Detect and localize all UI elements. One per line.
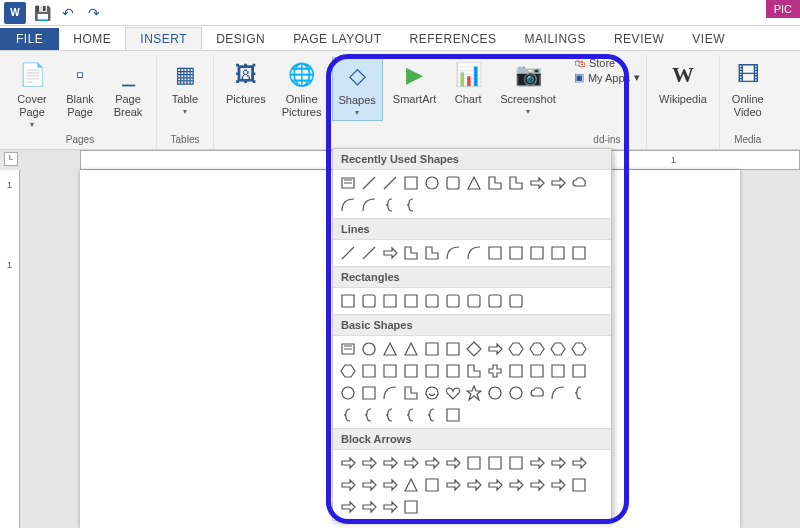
- screenshot-button[interactable]: 📷 Screenshot ▾: [494, 57, 562, 119]
- shape-para[interactable]: [423, 340, 441, 358]
- shape-cross[interactable]: [486, 362, 504, 380]
- tab-mailings[interactable]: MAILINGS: [511, 28, 600, 50]
- shape-triangle[interactable]: [381, 340, 399, 358]
- my-apps-button[interactable]: ▣ My Apps ▾: [574, 71, 640, 84]
- page-break-button[interactable]: ⎯ PageBreak: [106, 57, 150, 121]
- shape-roundrect[interactable]: [444, 174, 462, 192]
- shape-round2[interactable]: [465, 292, 483, 310]
- shapes-dropdown[interactable]: Recently Used Shapes Lines Rectangles Ba…: [332, 148, 612, 521]
- wikipedia-button[interactable]: W Wikipedia: [653, 57, 713, 108]
- shape-tear[interactable]: [402, 362, 420, 380]
- shape-bracket2[interactable]: [339, 406, 357, 424]
- tab-view[interactable]: VIEW: [678, 28, 739, 50]
- shape-rightcallout[interactable]: [486, 476, 504, 494]
- shape-leftup[interactable]: [528, 454, 546, 472]
- blank-page-button[interactable]: ▫ BlankPage: [58, 57, 102, 121]
- shape-quadcallout[interactable]: [402, 498, 420, 516]
- shape-cloud[interactable]: [528, 384, 546, 402]
- shape-cube[interactable]: [549, 362, 567, 380]
- shape-squig[interactable]: [486, 244, 504, 262]
- shape-snipround[interactable]: [423, 292, 441, 310]
- shape-blockarc[interactable]: [381, 384, 399, 402]
- tab-selector[interactable]: L: [4, 152, 18, 166]
- smartart-button[interactable]: ▶ SmartArt: [387, 57, 442, 108]
- tab-design[interactable]: DESIGN: [202, 28, 279, 50]
- shape-dblarrow[interactable]: [381, 244, 399, 262]
- shape-bevel[interactable]: [570, 362, 588, 380]
- shape-pent[interactable]: [486, 340, 504, 358]
- shape-leftright[interactable]: [423, 454, 441, 472]
- shape-connector[interactable]: [570, 244, 588, 262]
- redo-icon[interactable]: ↷: [84, 3, 104, 23]
- shape-line[interactable]: [339, 244, 357, 262]
- tab-home[interactable]: HOME: [59, 28, 125, 50]
- tab-file[interactable]: FILE: [0, 28, 59, 50]
- shape-arc[interactable]: [549, 384, 567, 402]
- shape-rect[interactable]: [402, 174, 420, 192]
- shape-arc2[interactable]: [360, 196, 378, 214]
- shape-curveddown[interactable]: [381, 476, 399, 494]
- shape-heart[interactable]: [444, 384, 462, 402]
- shape-rect[interactable]: [339, 292, 357, 310]
- shape-textbox[interactable]: [339, 340, 357, 358]
- save-icon[interactable]: 💾: [32, 3, 52, 23]
- shape-quad[interactable]: [465, 454, 483, 472]
- tab-review[interactable]: REVIEW: [600, 28, 678, 50]
- shape-halfframe[interactable]: [444, 362, 462, 380]
- shape-curve[interactable]: [444, 244, 462, 262]
- cover-page-button[interactable]: 📄 CoverPage ▾: [10, 57, 54, 132]
- shape-textbox[interactable]: [339, 174, 357, 192]
- shape-bent[interactable]: [486, 454, 504, 472]
- shape-line[interactable]: [360, 174, 378, 192]
- shape-left[interactable]: [360, 454, 378, 472]
- shape-oct[interactable]: [549, 340, 567, 358]
- shape-oval[interactable]: [360, 340, 378, 358]
- shape-arrowline[interactable]: [381, 174, 399, 192]
- chart-button[interactable]: 📊 Chart: [446, 57, 490, 108]
- shape-snip1[interactable]: [381, 292, 399, 310]
- vertical-ruler[interactable]: 1 1: [0, 170, 20, 528]
- shape-brace1[interactable]: [360, 406, 378, 424]
- online-pictures-button[interactable]: 🌐 OnlinePictures: [276, 57, 328, 121]
- shape-smile[interactable]: [423, 384, 441, 402]
- shape-plaque[interactable]: [507, 362, 525, 380]
- shape-rightarrow[interactable]: [528, 174, 546, 192]
- shape-tab[interactable]: [444, 406, 462, 424]
- shape-brace4[interactable]: [423, 406, 441, 424]
- shape-leftcallout[interactable]: [528, 476, 546, 494]
- store-button[interactable]: 🛍 Store: [574, 57, 615, 69]
- shape-rounddiag[interactable]: [486, 292, 504, 310]
- pictures-button[interactable]: 🖼 Pictures: [220, 57, 272, 108]
- shape-arc1[interactable]: [339, 196, 357, 214]
- shape-rtri[interactable]: [402, 340, 420, 358]
- shape-bentup[interactable]: [549, 454, 567, 472]
- shape-curvedright[interactable]: [570, 454, 588, 472]
- shape-uturn[interactable]: [507, 454, 525, 472]
- shape-notched[interactable]: [423, 476, 441, 494]
- tab-references[interactable]: REFERENCES: [396, 28, 511, 50]
- shape-triangle[interactable]: [465, 174, 483, 192]
- shape-brace1[interactable]: [381, 196, 399, 214]
- shape-downcallout[interactable]: [507, 476, 525, 494]
- shape-corner[interactable]: [486, 174, 504, 192]
- shape-updown2[interactable]: [381, 498, 399, 516]
- undo-icon[interactable]: ↶: [58, 3, 78, 23]
- shape-pie[interactable]: [360, 362, 378, 380]
- shape-frame[interactable]: [423, 362, 441, 380]
- shape-free[interactable]: [528, 244, 546, 262]
- shape-cloud[interactable]: [570, 174, 588, 192]
- shape-dec[interactable]: [570, 340, 588, 358]
- shape-dodec[interactable]: [339, 362, 357, 380]
- shape-pentagon[interactable]: [444, 476, 462, 494]
- shape-trap[interactable]: [444, 340, 462, 358]
- tab-insert[interactable]: INSERT: [125, 27, 202, 50]
- shape-chord[interactable]: [381, 362, 399, 380]
- shape-brace2[interactable]: [381, 406, 399, 424]
- shape-elbow2[interactable]: [423, 244, 441, 262]
- shape-bentcallout[interactable]: [570, 476, 588, 494]
- shape-striped[interactable]: [402, 476, 420, 494]
- shape-moon[interactable]: [507, 384, 525, 402]
- online-video-button[interactable]: 🎞 OnlineVideo: [726, 57, 770, 121]
- shape-lshape[interactable]: [465, 362, 483, 380]
- shapes-button[interactable]: ◇ Shapes ▾: [332, 57, 383, 121]
